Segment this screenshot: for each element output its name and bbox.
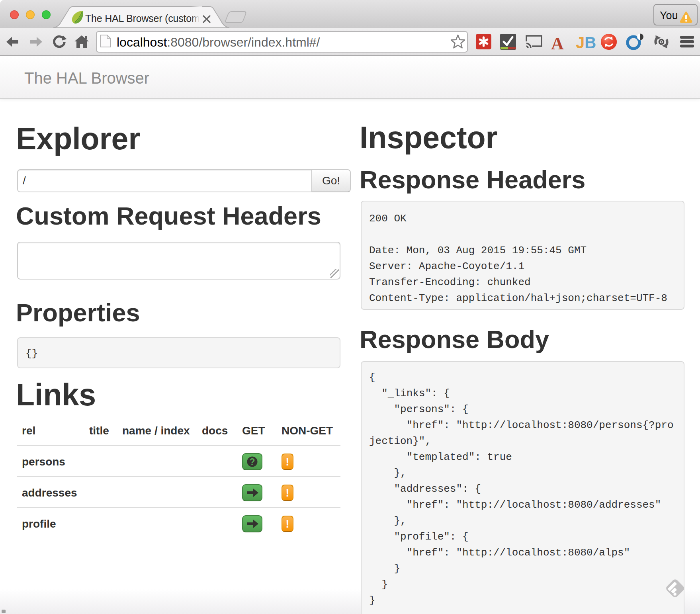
svg-text:?: ?	[249, 457, 255, 467]
